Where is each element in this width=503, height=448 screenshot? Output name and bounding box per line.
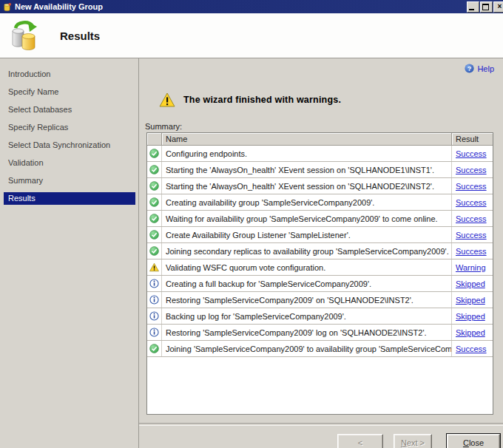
task-name: Configuring endpoints. <box>162 146 452 161</box>
new-availability-group-wizard: New Availability Group × Results Introdu… <box>0 0 503 448</box>
sidebar-item-select-data-synchronization[interactable]: Select Data Synchronization <box>4 139 135 152</box>
task-name: Creating availability group 'SampleServi… <box>162 194 452 210</box>
result-link[interactable]: Success <box>456 214 487 223</box>
success-icon <box>149 197 159 207</box>
result-link[interactable]: Skipped <box>456 296 485 305</box>
table-row: Configuring endpoints. Success <box>147 146 493 162</box>
sidebar-item-specify-name[interactable]: Specify Name <box>4 86 135 98</box>
info-icon <box>149 311 159 321</box>
sidebar-item-introduction[interactable]: Introduction <box>4 68 135 81</box>
close-icon: × <box>494 1 503 11</box>
task-name: Restoring 'SampleServiceCompany2009' on … <box>162 292 452 308</box>
previous-button[interactable]: < Previous <box>337 434 383 448</box>
result-link[interactable]: Success <box>456 198 487 207</box>
maximize-icon <box>482 4 489 10</box>
task-name: Restoring 'SampleServiceCompany2009' log… <box>162 325 452 340</box>
task-name: Validating WSFC quorum vote configuratio… <box>162 259 452 275</box>
success-icon <box>149 214 159 223</box>
result-link[interactable]: Success <box>456 247 487 256</box>
sidebar-item-validation[interactable]: Validation <box>4 157 135 169</box>
result-column-header[interactable]: Result <box>452 133 493 146</box>
table-row: Starting the 'AlwaysOn_health' XEvent se… <box>147 162 493 178</box>
table-row: Validating WSFC quorum vote configuratio… <box>147 259 493 276</box>
sidebar-item-specify-replicas[interactable]: Specify Replicas <box>4 121 135 134</box>
result-link[interactable]: Success <box>456 231 487 240</box>
result-link[interactable]: Success <box>456 149 487 158</box>
info-icon <box>149 295 159 305</box>
sidebar-item-select-databases[interactable]: Select Databases <box>4 103 135 116</box>
help-label: Help <box>477 64 494 73</box>
table-row: Joining 'SampleServiceCompany2009' to av… <box>147 341 493 357</box>
wizard-steps-sidebar: IntroductionSpecify NameSelect Databases… <box>0 58 139 448</box>
result-link[interactable]: Success <box>456 182 487 191</box>
success-icon <box>149 181 159 191</box>
task-name: Waiting for availability group 'SampleSe… <box>162 211 452 226</box>
table-row: Joining secondary replicas to availabili… <box>147 243 493 259</box>
task-name: Starting the 'AlwaysOn_health' XEvent se… <box>162 162 452 177</box>
result-link[interactable]: Skipped <box>456 279 485 288</box>
summary-table: Name Result Configuring endpoints. Succe… <box>146 132 493 415</box>
svg-text:?: ? <box>467 65 471 72</box>
help-link[interactable]: ? Help <box>465 64 494 73</box>
help-icon: ? <box>465 64 474 73</box>
table-row: Waiting for availability group 'SampleSe… <box>147 211 493 227</box>
task-name: Create Availability Group Listener 'Samp… <box>162 227 452 242</box>
sidebar-item-summary[interactable]: Summary <box>4 174 135 187</box>
result-link[interactable]: Skipped <box>456 312 485 321</box>
finish-status-banner: The wizard finished with warnings. <box>159 92 341 107</box>
result-link[interactable]: Skipped <box>456 328 485 337</box>
table-row: Create Availability Group Listener 'Samp… <box>147 227 493 243</box>
info-icon <box>149 279 159 288</box>
summary-label: Summary: <box>145 122 182 131</box>
table-row: Restoring 'SampleServiceCompany2009' log… <box>147 325 493 341</box>
close-button[interactable]: Close <box>447 434 500 448</box>
result-link[interactable]: Success <box>456 166 487 174</box>
task-name: Creating a full backup for 'SampleServic… <box>162 276 452 291</box>
window-title: New Availability Group <box>15 2 103 11</box>
task-name: Joining secondary replicas to availabili… <box>162 243 452 259</box>
table-row: Starting the 'AlwaysOn_health' XEvent se… <box>147 178 493 194</box>
page-title: Results <box>60 30 100 42</box>
status-column-header[interactable] <box>147 133 162 146</box>
app-icon <box>2 2 12 12</box>
sidebar-item-results[interactable]: Results <box>4 192 135 205</box>
table-row: Creating a full backup for 'SampleServic… <box>147 276 493 292</box>
table-row: Backing up log for 'SampleServiceCompany… <box>147 308 493 325</box>
minimize-button[interactable] <box>467 1 479 13</box>
result-link[interactable]: Success <box>456 345 487 353</box>
task-name: Joining 'SampleServiceCompany2009' to av… <box>162 341 452 356</box>
success-icon <box>149 230 159 240</box>
task-name: Backing up log for 'SampleServiceCompany… <box>162 308 452 324</box>
maximize-button[interactable] <box>480 1 493 13</box>
success-icon <box>149 246 159 256</box>
table-header: Name Result <box>147 133 493 146</box>
results-pane: ? Help The wizard finished with warnings… <box>139 58 503 448</box>
close-window-button[interactable]: × <box>493 1 503 13</box>
task-name: Starting the 'AlwaysOn_health' XEvent se… <box>162 178 452 194</box>
titlebar[interactable]: New Availability Group × <box>0 0 503 13</box>
success-icon <box>149 344 159 353</box>
success-icon <box>149 149 159 158</box>
table-row: Restoring 'SampleServiceCompany2009' on … <box>147 292 493 308</box>
next-button[interactable]: Next > <box>394 434 432 448</box>
result-link[interactable]: Warning <box>456 263 486 272</box>
button-separator <box>139 423 503 426</box>
name-column-header[interactable]: Name <box>162 133 452 146</box>
warning-icon <box>159 92 175 107</box>
banner-text: The wizard finished with warnings. <box>183 95 341 105</box>
info-icon <box>149 327 159 337</box>
minimize-icon <box>469 9 474 10</box>
availability-group-icon <box>10 18 41 52</box>
table-row: Creating availability group 'SampleServi… <box>147 194 493 211</box>
wizard-header: Results <box>0 13 503 58</box>
success-icon <box>149 165 159 174</box>
warning-icon <box>149 262 159 272</box>
